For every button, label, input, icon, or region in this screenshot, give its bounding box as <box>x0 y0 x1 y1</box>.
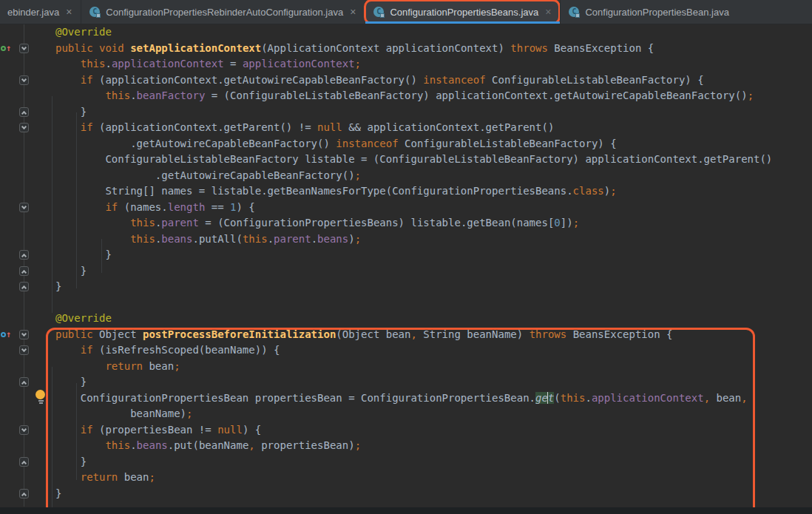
implements-method-icon[interactable]: ↑ <box>1 329 11 339</box>
fold-up-icon[interactable] <box>19 457 29 467</box>
code-line[interactable]: String[] names = listable.getBeanNamesFo… <box>55 183 772 200</box>
code-line[interactable]: @Override <box>55 24 772 41</box>
fold-down-icon[interactable] <box>19 330 29 339</box>
fold-down-icon[interactable] <box>19 425 29 435</box>
code-line[interactable]: public void setApplicationContext(Applic… <box>55 41 772 57</box>
code-line[interactable]: if (propertiesBean != null) { <box>55 422 772 439</box>
java-class-icon: C <box>373 6 385 18</box>
code-line[interactable]: .getAutowireCapableBeanFactory(); <box>55 168 772 184</box>
code-line[interactable]: this.beanFactory = (ConfigurableListable… <box>55 88 772 104</box>
code-line[interactable]: } <box>55 279 772 295</box>
code-line[interactable]: } <box>55 104 772 121</box>
intention-lightbulb-icon[interactable] <box>35 390 46 404</box>
code-line[interactable]: this.parent = (ConfigurationPropertiesBe… <box>55 215 772 231</box>
code-line[interactable] <box>55 295 772 311</box>
code-line[interactable]: } <box>55 263 772 280</box>
tab-ConfigurationPropertiesBean.java[interactable]: CConfigurationPropertiesBean.java <box>560 0 737 24</box>
java-class-icon: C <box>568 6 580 18</box>
tab-close-icon[interactable]: × <box>350 7 356 17</box>
code-line[interactable]: if (isRefreshScoped(beanName)) { <box>55 342 772 359</box>
code-line[interactable]: } <box>55 486 772 502</box>
tab-close-icon[interactable]: × <box>66 7 72 17</box>
indent-guide <box>52 96 53 313</box>
editor-tab-bar: ebinder.java×CConfigurationPropertiesReb… <box>0 0 812 24</box>
tab-label: ebinder.java <box>7 7 59 18</box>
code-line[interactable]: if (names.length == 1) { <box>55 200 772 216</box>
indent-guide <box>52 367 53 514</box>
fold-up-icon[interactable] <box>19 250 29 260</box>
code-line[interactable]: } <box>55 454 772 470</box>
code-line[interactable]: return bean; <box>55 359 772 375</box>
tab-ConfigurationPropertiesBeans.java[interactable]: CConfigurationPropertiesBeans.java× <box>365 0 560 24</box>
fold-up-icon[interactable] <box>19 377 29 387</box>
code-line[interactable]: } <box>55 247 772 263</box>
tab-ebinder.java[interactable]: ebinder.java× <box>0 0 81 24</box>
code-line[interactable]: this.applicationContext = applicationCon… <box>55 56 772 72</box>
tab-label: ConfigurationPropertiesBeans.java <box>390 7 538 18</box>
window-bottom-strip <box>0 507 812 514</box>
fold-up-icon[interactable] <box>19 107 29 117</box>
tab-label: ConfigurationPropertiesBean.java <box>585 7 728 18</box>
fold-up-icon[interactable] <box>19 282 29 291</box>
fold-up-icon[interactable] <box>19 489 29 498</box>
code-line[interactable]: .getAutowireCapableBeanFactory() instanc… <box>55 136 772 152</box>
fold-down-icon[interactable] <box>19 75 29 85</box>
fold-down-icon[interactable] <box>19 203 29 212</box>
tab-ConfigurationPropertiesRebinderAutoConfiguration.java[interactable]: CConfigurationPropertiesRebinderAutoConf… <box>81 0 365 24</box>
code-line[interactable]: this.beans.put(beanName, propertiesBean)… <box>55 438 772 454</box>
code-line[interactable]: ConfigurationPropertiesBean propertiesBe… <box>55 390 772 407</box>
code-area[interactable]: @Overridepublic void setApplicationConte… <box>55 24 772 501</box>
code-line[interactable]: @Override <box>55 311 772 327</box>
tab-label: ConfigurationPropertiesRebinderAutoConfi… <box>106 7 343 18</box>
code-editor[interactable]: @Overridepublic void setApplicationConte… <box>0 24 812 514</box>
fold-down-icon[interactable] <box>19 123 29 132</box>
fold-down-icon[interactable] <box>19 44 29 53</box>
code-line[interactable]: ConfigurableListableBeanFactory listable… <box>55 152 772 168</box>
fold-down-icon[interactable] <box>19 345 29 355</box>
code-line[interactable]: if (applicationContext.getParent() != nu… <box>55 120 772 136</box>
tab-close-icon[interactable]: × <box>545 7 551 17</box>
code-line[interactable]: return bean; <box>55 470 772 486</box>
ide-window: ebinder.java×CConfigurationPropertiesReb… <box>0 0 812 514</box>
code-line[interactable]: beanName); <box>55 406 772 422</box>
overrides-method-icon[interactable]: ↑ <box>1 43 11 53</box>
java-class-icon: C <box>89 6 101 18</box>
fold-up-icon[interactable] <box>19 266 29 276</box>
code-line[interactable]: public Object postProcessBeforeInitializ… <box>55 327 772 343</box>
code-line[interactable]: } <box>55 374 772 390</box>
code-line[interactable]: this.beans.putAll(this.parent.beans); <box>55 231 772 248</box>
code-line[interactable]: if (applicationContext.getAutowireCapabl… <box>55 72 772 89</box>
